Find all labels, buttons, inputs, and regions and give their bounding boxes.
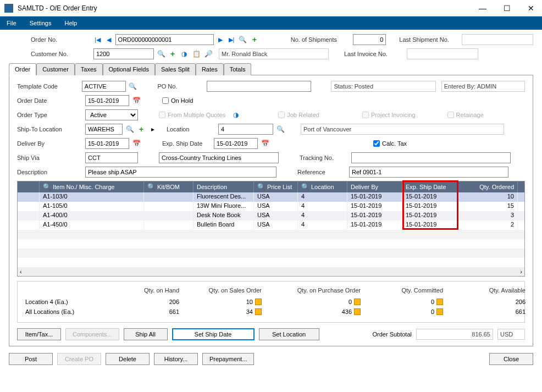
close-window-button[interactable]: ✕ (524, 2, 538, 15)
ship-to-input[interactable] (85, 124, 123, 135)
on-hold-checkbox[interactable]: On Hold (162, 97, 193, 104)
reference-input[interactable] (349, 167, 508, 178)
col-item-no[interactable]: 🔍Item No./ Misc. Charge (40, 181, 144, 192)
app-icon (4, 4, 13, 13)
last-record-icon[interactable]: ▶| (227, 35, 236, 44)
drill-icon[interactable] (354, 299, 361, 305)
col-description[interactable]: Description (193, 181, 254, 192)
order-tab-panel: Template Code 🔍 PO No. Order Date 📅 On H… (9, 75, 533, 346)
tab-optional-fields[interactable]: Optional Fields (103, 63, 155, 75)
delete-button[interactable]: Delete (106, 353, 150, 365)
search-icon: 🔍 (301, 183, 309, 191)
order-date-input[interactable] (85, 95, 129, 106)
prepayment-button[interactable]: Prepayment... (202, 353, 254, 365)
shipto-search-icon[interactable]: 🔍 (125, 124, 135, 134)
close-button[interactable]: Close (489, 353, 533, 365)
exp-ship-input[interactable] (214, 138, 258, 149)
tab-rates[interactable]: Rates (196, 63, 224, 75)
drill-icon[interactable] (436, 299, 443, 305)
history-button[interactable]: History... (154, 353, 198, 365)
col-location[interactable]: 🔍Location (298, 181, 347, 192)
drill-icon[interactable] (255, 308, 262, 315)
credit-icon[interactable]: 🔎 (203, 49, 213, 59)
next-record-icon[interactable]: ▶ (216, 35, 225, 44)
shipto-zoom-icon[interactable]: ▸ (148, 124, 158, 134)
all-on-po: 436 (342, 308, 352, 315)
qty-on-hand-label: Qty. on Hand (113, 287, 179, 297)
tab-totals[interactable]: Totals (224, 63, 252, 75)
order-subtotal-field (416, 329, 493, 340)
table-row[interactable]: A1-105/013W Mini Fluore...USA415-01-2019… (18, 202, 524, 211)
template-search-icon[interactable]: 🔍 (128, 81, 137, 91)
search-icon[interactable]: 🔍 (238, 35, 248, 45)
table-row-empty (18, 230, 524, 239)
order-type-select[interactable]: Active (85, 109, 138, 120)
deliver-by-input[interactable] (85, 138, 129, 149)
quotes-drill-icon[interactable]: ◑ (231, 110, 241, 120)
location-input[interactable] (218, 124, 273, 135)
tab-order[interactable]: Order (9, 63, 36, 75)
set-location-button[interactable]: Set Location (259, 328, 319, 340)
item-tax-button[interactable]: Item/Tax... (17, 328, 61, 340)
customer-search-icon[interactable]: 🔍 (156, 49, 166, 59)
line-items-grid[interactable]: 🔍Item No./ Misc. Charge 🔍Kit/BOM Descrip… (17, 181, 525, 277)
tab-sales-split[interactable]: Sales Split (155, 63, 196, 75)
create-po-button: Create PO (57, 353, 101, 365)
order-subtotal-label: Order Subtotal (372, 331, 412, 338)
col-exp-ship-date[interactable]: Exp. Ship Date (402, 181, 457, 192)
table-row[interactable]: A1-103/0Fluorescent Des...USA415-01-2019… (18, 192, 524, 202)
qty-committed-label: Qty. Committed (361, 287, 443, 297)
customer-no-input[interactable] (93, 48, 154, 59)
new-record-icon[interactable]: + (250, 35, 259, 44)
set-ship-date-button[interactable]: Set Ship Date (172, 328, 255, 340)
col-qty-ordered[interactable]: Qty. Ordered (457, 181, 518, 192)
deliver-by-label: Deliver By (17, 140, 83, 147)
ship-via-desc-input[interactable] (159, 152, 279, 163)
col-deliver-by[interactable]: Deliver By (347, 181, 402, 192)
col-price-list[interactable]: 🔍Price List (254, 181, 298, 192)
menu-help[interactable]: Help (64, 20, 77, 26)
menu-file[interactable]: File (7, 20, 16, 26)
menu-settings[interactable]: Settings (30, 20, 52, 26)
calendar-icon[interactable]: 📅 (131, 96, 141, 106)
horizontal-scrollbar[interactable]: ‹› (18, 267, 524, 276)
table-row[interactable]: A1-400/0Desk Note BookUSA415-01-201915-0… (18, 211, 524, 220)
titlebar: SAMLTD - O/E Order Entry — ☐ ✕ (0, 0, 542, 16)
drill-icon[interactable] (255, 299, 262, 305)
deliver-calendar-icon[interactable]: 📅 (131, 139, 141, 148)
loc4-available: 206 (516, 299, 526, 305)
ship-via-input[interactable] (85, 152, 138, 163)
table-row-empty (18, 249, 524, 258)
col-kit-bom[interactable]: 🔍Kit/BOM (144, 181, 193, 192)
post-button[interactable]: Post (9, 353, 53, 365)
address-icon[interactable]: 📋 (191, 49, 201, 59)
po-no-input[interactable] (207, 81, 311, 92)
maximize-button[interactable]: ☐ (500, 2, 513, 15)
grid-body[interactable]: A1-103/0Fluorescent Des...USA415-01-2019… (18, 192, 524, 267)
loc4-on-po: 0 (349, 299, 352, 305)
customer-drill-icon[interactable]: ◑ (179, 49, 189, 59)
prev-record-icon[interactable]: ◀ (104, 35, 113, 44)
minimize-button[interactable]: — (476, 2, 489, 15)
calc-tax-checkbox[interactable]: Calc. Tax (373, 140, 407, 147)
num-shipments-input[interactable] (353, 34, 386, 45)
template-code-input[interactable] (82, 81, 126, 92)
location-search-icon[interactable]: 🔍 (275, 124, 285, 134)
customer-new-icon[interactable]: + (168, 49, 177, 58)
shipto-new-icon[interactable]: + (137, 125, 146, 134)
first-record-icon[interactable]: |◀ (93, 35, 102, 44)
tab-customer[interactable]: Customer (36, 63, 75, 75)
location-desc-field (301, 124, 504, 135)
description-input[interactable] (85, 167, 276, 178)
table-row[interactable]: A1-450/0Bulletin BoardUSA415-01-201915-0… (18, 220, 524, 230)
drill-icon[interactable] (436, 308, 443, 315)
ship-all-button[interactable]: Ship All (124, 328, 168, 340)
exp-ship-calendar-icon[interactable]: 📅 (260, 139, 270, 148)
tracking-no-input[interactable] (351, 152, 511, 163)
drill-icon[interactable] (354, 308, 361, 315)
order-no-input[interactable] (115, 34, 214, 45)
tab-strip: Order Customer Taxes Optional Fields Sal… (9, 63, 533, 75)
tab-taxes[interactable]: Taxes (75, 63, 103, 75)
customer-name-field (219, 48, 329, 59)
customer-no-label: Customer No. (31, 51, 91, 57)
